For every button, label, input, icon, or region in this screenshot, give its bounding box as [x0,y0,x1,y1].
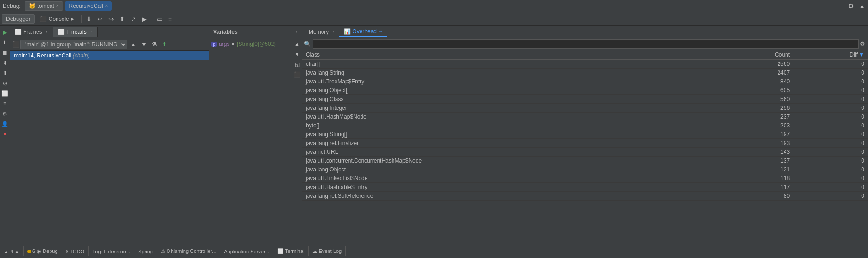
var-toolbar-btn-4[interactable]: ⬛ [293,70,301,79]
step-out-btn[interactable]: ⬆ [117,14,127,24]
sidebar-pause-icon[interactable]: ⏸ [0,38,10,47]
bottom-item-spring[interactable]: Spring [134,246,157,256]
console-icon: ⬛ [40,16,47,22]
step-into-btn[interactable]: ↪ [106,14,116,24]
sidebar-step-up-icon[interactable]: ⬆ [0,69,10,78]
cell-count: 118 [718,174,793,183]
title-bar-left: Debug: 🐱 tomcat × RecursiveCall × [3,1,112,11]
overhead-label: Overhead [352,28,377,35]
overhead-arrow: → [378,29,383,34]
tab-recursivecall[interactable]: RecursiveCall × [65,1,112,11]
var-side-toolbar: ▲ ▼ ◱ ⬛ [292,38,302,81]
evaluate-btn[interactable]: ▶ [139,14,149,24]
resume-btn[interactable]: ⬇ [84,14,94,24]
settings-icon[interactable]: ⚙ [848,2,854,10]
tab-frames[interactable]: ⬜ Frames → [10,27,53,37]
var-toolbar-btn-2[interactable]: ▼ [293,50,301,58]
var-eq: = [231,41,234,47]
tab-recursivecall-label: RecursiveCall [69,3,103,9]
thread-filter-btn[interactable]: ⚗ [150,40,159,49]
step-over-btn[interactable]: ↩ [95,14,105,24]
memory-row: java.util.Hashtable$Entry 117 0 [302,183,868,192]
bottom-item-log[interactable]: Log: Extension... [89,246,134,256]
sidebar-log-icon[interactable]: ≡ [0,99,10,108]
sidebar-user-icon[interactable]: 👤 [0,120,10,129]
variables-panel: Variables → p args = {String[0]@502} ▲ ▼… [209,26,302,246]
right-panel: Memory → 📊 Overhead → 🔍 ⚙ Cla [302,26,868,246]
sidebar-close-icon[interactable]: × [0,130,10,139]
tab-debugger[interactable]: Debugger [2,14,35,24]
sort-indicator: ▼ [859,51,864,58]
close-recursivecall-btn[interactable]: × [105,3,108,8]
close-tomcat-btn[interactable]: × [56,3,59,8]
thread-export-btn[interactable]: ⬆ [160,40,169,49]
console-label: Console [49,16,69,22]
sidebar-step-down-icon[interactable]: ⬇ [0,58,10,68]
thread-down-btn[interactable]: ▼ [139,40,149,49]
tab-memory[interactable]: Memory → [304,27,339,37]
tab-tomcat-label: tomcat [38,3,54,9]
memory-settings-btn[interactable]: ⚙ [859,39,866,48]
cell-count: 117 [718,183,793,192]
var-toolbar-btn-3[interactable]: ◱ [293,60,301,69]
cell-class: java.lang.Class [302,95,718,104]
tab-threads[interactable]: ⬜ Threads → [53,27,98,37]
cell-count: 193 [718,139,793,148]
frame-text: main:14, RecursiveCall (chain) [14,52,89,59]
memory-row: java.lang.Integer 256 0 [302,104,868,113]
bottom-item-run[interactable]: ▲ 4 ▲ [0,246,24,256]
cell-count: 237 [718,113,793,121]
cell-class: java.util.TreeMap$Entry [302,77,718,86]
cell-count: 80 [718,192,793,201]
frames-btn[interactable]: ▭ [154,14,165,24]
tab-console[interactable]: ⬛ Console ▶ [36,14,79,24]
cell-class: java.lang.ref.SoftReference [302,192,718,201]
cell-diff: 0 [793,165,868,174]
expand-icon[interactable]: ▲ [859,2,865,10]
search-icon: 🔍 [304,41,311,47]
cell-class: java.util.concurrent.ConcurrentHashMap$N… [302,157,718,165]
run-to-cursor-btn[interactable]: ↗ [128,14,139,24]
search-input[interactable] [313,39,859,49]
col-diff[interactable]: Diff▼ [793,50,868,60]
thread-select[interactable]: "main"@1 in group "main": RUNNING [20,40,127,49]
variable-item: p args = {String[0]@502} [211,40,300,48]
bottom-item-debug[interactable]: 6 ◉ Debug [24,246,62,256]
cell-count: 605 [718,86,793,95]
cell-count: 256 [718,104,793,113]
debugger-label: Debugger [6,16,31,22]
bottom-item-appserver[interactable]: Application Server... [220,246,273,256]
sidebar-stop-icon[interactable]: ⏹ [0,48,10,57]
memory-row: char[] 2560 0 [302,60,868,69]
tab-overhead[interactable]: 📊 Overhead → [339,27,387,37]
sidebar-no-icon[interactable]: ⊘ [0,79,10,88]
sidebar-run-icon[interactable]: ▶ [0,28,10,37]
bottom-item-todo[interactable]: 6 TODO [62,246,89,256]
cell-count: 197 [718,130,793,139]
memory-row: java.net.URL 143 0 [302,148,868,157]
tab-tomcat[interactable]: 🐱 tomcat × [25,1,63,11]
toolbar-sep-2 [152,15,152,23]
bottom-item-eventlog[interactable]: ☁ Event Log [309,246,346,256]
cell-class: java.lang.Integer [302,104,718,113]
title-bar: Debug: 🐱 tomcat × RecursiveCall × ⚙ ▲ [0,0,868,12]
thread-toolbar: ⬛ "main"@1 in group "main": RUNNING ▲ ▼ … [10,38,209,51]
bottom-eventlog-label: ☁ Event Log [312,248,342,254]
memory-row: byte[] 203 0 [302,121,868,130]
cell-diff: 0 [793,174,868,183]
var-toolbar-btn-1[interactable]: ▲ [293,40,301,48]
bottom-item-terminal[interactable]: ⬜ Terminal [273,246,308,256]
cell-diff: 0 [793,183,868,192]
threads-btn[interactable]: ≡ [166,14,174,24]
sidebar-list-icon[interactable]: ⬜ [0,89,10,98]
cell-class: java.lang.Object[] [302,86,718,95]
thread-up-btn[interactable]: ▲ [128,40,138,49]
sidebar-gear-icon[interactable]: ⚙ [0,109,10,119]
toolbar-sep-1 [81,15,82,23]
frame-item[interactable]: main:14, RecursiveCall (chain) [10,51,209,60]
cell-diff: 0 [793,86,868,95]
bottom-item-naming[interactable]: ⚠ 0 Naming Controller... [157,246,220,256]
memory-row: java.util.concurrent.ConcurrentHashMap$N… [302,157,868,165]
cell-class: java.lang.String [302,69,718,77]
memory-table: Class Count Diff▼ char[] 2560 0 java.lan… [302,50,868,246]
